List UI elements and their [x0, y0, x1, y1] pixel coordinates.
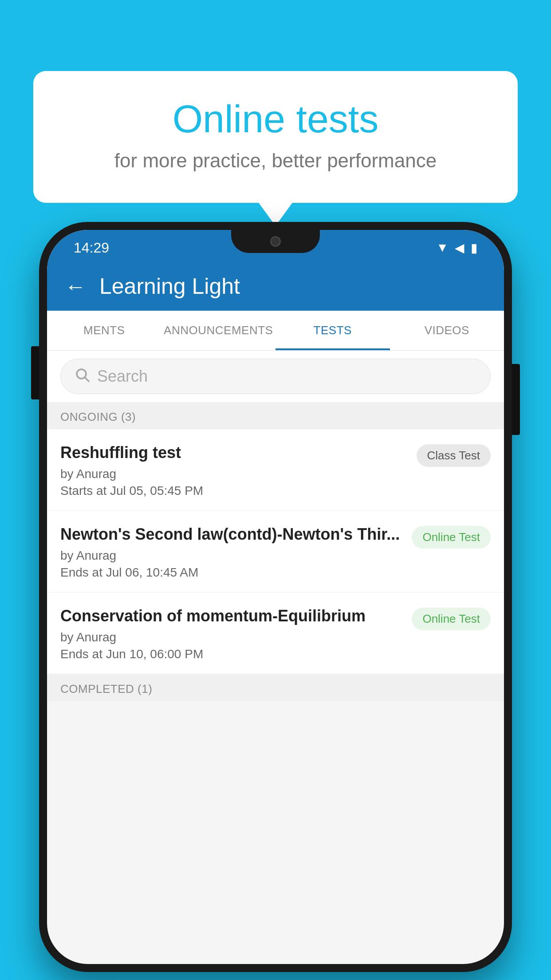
speech-bubble-container: Online tests for more practice, better p…	[33, 71, 518, 203]
section-completed-header: COMPLETED (1)	[47, 674, 504, 701]
tab-announcements[interactable]: ANNOUNCEMENTS	[161, 311, 276, 350]
test-info-reshuffling: Reshuffling test by Anurag Starts at Jul…	[60, 443, 408, 498]
test-item-newton[interactable]: Newton's Second law(contd)-Newton's Thir…	[47, 511, 504, 593]
status-time: 14:29	[74, 240, 109, 256]
signal-icon: ◀	[455, 241, 464, 255]
test-badge-conservation: Online Test	[412, 608, 491, 630]
tab-tests[interactable]: TESTS	[276, 311, 390, 350]
app-header: ← Learning Light	[47, 262, 504, 311]
app-title: Learning Light	[99, 273, 240, 299]
search-bar-container: Search	[47, 351, 504, 402]
test-time-reshuffling: Starts at Jul 05, 05:45 PM	[60, 484, 408, 498]
test-author-reshuffling: by Anurag	[60, 467, 408, 481]
tab-videos[interactable]: VIDEOS	[390, 311, 504, 350]
completed-section-title: COMPLETED (1)	[60, 682, 152, 695]
test-name-reshuffling: Reshuffling test	[60, 443, 408, 462]
test-item-reshuffling[interactable]: Reshuffling test by Anurag Starts at Jul…	[47, 429, 504, 511]
content-area: Search ONGOING (3) Reshuffling test by A…	[47, 351, 504, 964]
test-badge-reshuffling: Class Test	[417, 444, 491, 467]
test-info-newton: Newton's Second law(contd)-Newton's Thir…	[60, 524, 403, 580]
search-icon	[74, 367, 90, 387]
test-time-conservation: Ends at Jun 10, 06:00 PM	[60, 647, 403, 661]
svg-line-1	[85, 377, 89, 381]
ongoing-section-title: ONGOING (3)	[60, 410, 136, 423]
phone-outer: 14:29 ▼ ◀ ▮ ← Learning Light MENTS	[39, 222, 512, 972]
test-badge-newton: Online Test	[412, 526, 491, 549]
section-ongoing-header: ONGOING (3)	[47, 402, 504, 429]
status-icons: ▼ ◀ ▮	[436, 241, 477, 255]
search-bar[interactable]: Search	[60, 359, 491, 394]
test-time-newton: Ends at Jul 06, 10:45 AM	[60, 565, 403, 580]
phone-notch	[231, 230, 320, 253]
phone-container: 14:29 ▼ ◀ ▮ ← Learning Light MENTS	[39, 222, 512, 972]
back-button[interactable]: ←	[65, 274, 86, 299]
tabs-bar: MENTS ANNOUNCEMENTS TESTS VIDEOS	[47, 311, 504, 351]
test-name-conservation: Conservation of momentum-Equilibrium	[60, 606, 403, 626]
phone-screen: 14:29 ▼ ◀ ▮ ← Learning Light MENTS	[47, 230, 504, 964]
test-info-conservation: Conservation of momentum-Equilibrium by …	[60, 606, 403, 661]
test-name-newton: Newton's Second law(contd)-Newton's Thir…	[60, 524, 403, 544]
test-author-newton: by Anurag	[60, 549, 403, 563]
wifi-icon: ▼	[436, 241, 449, 255]
test-author-conservation: by Anurag	[60, 630, 403, 644]
bubble-title: Online tests	[69, 98, 482, 141]
search-placeholder: Search	[97, 367, 148, 386]
tab-ments[interactable]: MENTS	[47, 311, 161, 350]
battery-icon: ▮	[471, 241, 477, 255]
test-item-conservation[interactable]: Conservation of momentum-Equilibrium by …	[47, 593, 504, 674]
bubble-subtitle: for more practice, better performance	[69, 150, 482, 172]
camera-icon	[270, 236, 281, 247]
speech-bubble: Online tests for more practice, better p…	[33, 71, 518, 203]
